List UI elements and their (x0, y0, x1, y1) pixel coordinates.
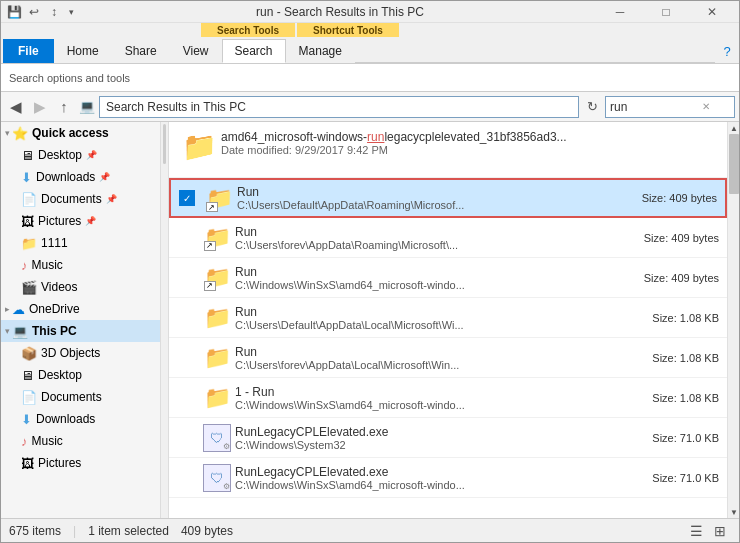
expand-arrow-icon: ▾ (5, 128, 10, 138)
search-clear-icon[interactable]: ✕ (702, 101, 710, 112)
file-row-run-8[interactable]: 🛡 ⚙ RunLegacyCPLElevated.exe C:\Windows\… (169, 458, 727, 498)
file-name-run8: RunLegacyCPLElevated.exe (235, 465, 644, 479)
file-row-top[interactable]: 📁 amd64_microsoft-windows-runlegacycplel… (169, 122, 727, 178)
sidebar-item-pictures-qa[interactable]: 🖼 Pictures 📌 (1, 210, 160, 232)
nav-up-button[interactable]: ↑ (53, 96, 75, 118)
status-separator-1: | (73, 524, 76, 538)
view-details-button[interactable]: ☰ (685, 521, 707, 541)
address-refresh-button[interactable]: ↻ (581, 96, 603, 118)
tab-view[interactable]: View (170, 39, 222, 63)
desktop-qa-icon: 🖥 (21, 148, 34, 163)
tab-manage[interactable]: Manage (286, 39, 355, 63)
tab-search[interactable]: Search (222, 39, 286, 63)
file-path-run7: C:\Windows\System32 (235, 439, 644, 451)
address-bar: ◀ ▶ ↑ 💻 Search Results in This PC ↻ ✕ (1, 92, 739, 122)
qat-save[interactable]: 💾 (5, 3, 23, 21)
ribbon-content: Search options and tools (1, 63, 739, 91)
file-row-run-1[interactable]: ✓ 📁 ↗ Run C:\Users\Default\AppData\Roami… (169, 178, 727, 218)
scroll-down-arrow[interactable]: ▼ (728, 506, 739, 518)
sidebar-item-desktop-qa[interactable]: 🖥 Desktop 📌 (1, 144, 160, 166)
search-input[interactable] (610, 100, 700, 114)
file-checkbox-run1[interactable]: ✓ (179, 190, 195, 206)
folder-1111-label: 1111 (41, 236, 68, 250)
maximize-button[interactable]: □ (643, 1, 689, 23)
file-name-run7: RunLegacyCPLElevated.exe (235, 425, 644, 439)
pictures-qa-icon: 🖼 (21, 214, 34, 229)
window-controls: ─ □ ✕ (597, 1, 735, 23)
view-large-icons-button[interactable]: ⊞ (709, 521, 731, 541)
file-row-run-4[interactable]: 📁 Run C:\Users\Default\AppData\Local\Mic… (169, 298, 727, 338)
quick-access-icon: ⭐ (12, 126, 28, 141)
pictures-pc-icon: 🖼 (21, 456, 34, 471)
sidebar-item-music-pc[interactable]: ♪ Music (1, 430, 160, 452)
tab-file[interactable]: File (3, 39, 54, 63)
file-list-scrollbar[interactable]: ▲ ▼ (727, 122, 739, 518)
qat-area: 💾 ↩ ↕ ▾ (5, 3, 77, 21)
file-path-run6: C:\Windows\WinSxS\amd64_microsoft-windo.… (235, 399, 644, 411)
minimize-button[interactable]: ─ (597, 1, 643, 23)
file-path-run2: C:\Users\forev\AppData\Roaming\Microsoft… (235, 239, 636, 251)
location-icon: 💻 (77, 96, 97, 118)
file-icon-run1: 📁 ↗ (201, 184, 237, 212)
sidebar-item-documents-qa[interactable]: 📄 Documents 📌 (1, 188, 160, 210)
sidebar-item-3d-objects[interactable]: 📦 3D Objects (1, 342, 160, 364)
this-pc-label: This PC (32, 324, 77, 338)
file-name-run2: Run (235, 225, 636, 239)
nav-back-button[interactable]: ◀ (5, 96, 27, 118)
nav-forward-button[interactable]: ▶ (29, 96, 51, 118)
address-path-text: Search Results in This PC (106, 100, 246, 114)
file-info-run5: Run C:\Users\forev\AppData\Local\Microso… (235, 345, 644, 371)
contextual-strip: Search Tools Shortcut Tools (1, 23, 739, 37)
music-qa-label: Music (32, 258, 63, 272)
search-box[interactable]: ✕ (605, 96, 735, 118)
file-list: 📁 amd64_microsoft-windows-runlegacycplel… (169, 122, 727, 518)
file-row-run-2[interactable]: 📁 ↗ Run C:\Users\forev\AppData\Roaming\M… (169, 218, 727, 258)
music-qa-icon: ♪ (21, 258, 28, 273)
file-path-run5: C:\Users\forev\AppData\Local\Microsoft\W… (235, 359, 644, 371)
sidebar-item-1111[interactable]: 📁 1111 (1, 232, 160, 254)
qat-dropdown[interactable]: ▾ (65, 3, 77, 21)
downloads-pc-icon: ⬇ (21, 412, 32, 427)
sidebar-scrollbar[interactable] (161, 122, 169, 518)
file-row-run-5[interactable]: 📁 Run C:\Users\forev\AppData\Local\Micro… (169, 338, 727, 378)
status-right-controls: ☰ ⊞ (685, 521, 731, 541)
desktop-qa-label: Desktop (38, 148, 82, 162)
tab-share[interactable]: Share (112, 39, 170, 63)
tab-row: File Home Share View Search Manage ? (1, 37, 739, 63)
status-size: 409 bytes (181, 524, 233, 538)
file-path-run4: C:\Users\Default\AppData\Local\Microsoft… (235, 319, 644, 331)
sidebar-item-pictures-pc[interactable]: 🖼 Pictures (1, 452, 160, 474)
scroll-thumb[interactable] (729, 134, 739, 194)
pin-icon-4: 📌 (85, 216, 96, 226)
address-path-box[interactable]: Search Results in This PC (99, 96, 579, 118)
sidebar-item-onedrive[interactable]: ▸ ☁ OneDrive (1, 298, 160, 320)
scroll-up-arrow[interactable]: ▲ (728, 122, 739, 134)
sidebar-item-downloads-qa[interactable]: ⬇ Downloads 📌 (1, 166, 160, 188)
ribbon-search-label: Search options and tools (9, 72, 130, 84)
sidebar-item-videos-qa[interactable]: 🎬 Videos (1, 276, 160, 298)
window-title: run - Search Results in This PC (83, 5, 597, 19)
sidebar-item-desktop-pc[interactable]: 🖥 Desktop (1, 364, 160, 386)
close-button[interactable]: ✕ (689, 1, 735, 23)
sidebar-item-downloads-pc[interactable]: ⬇ Downloads (1, 408, 160, 430)
file-size-run6: Size: 1.08 KB (652, 392, 719, 404)
file-row-run-7[interactable]: 🛡 ⚙ RunLegacyCPLElevated.exe C:\Windows\… (169, 418, 727, 458)
qat-properties[interactable]: ↕ (45, 3, 63, 21)
file-size-run1: Size: 409 bytes (642, 192, 717, 204)
file-row-run-6[interactable]: 📁 1 - Run C:\Windows\WinSxS\amd64_micros… (169, 378, 727, 418)
help-button[interactable]: ? (715, 39, 739, 63)
status-count: 675 items (9, 524, 61, 538)
sidebar-item-this-pc[interactable]: ▾ 💻 This PC (1, 320, 160, 342)
file-name-run1: Run (237, 185, 634, 199)
tab-home[interactable]: Home (54, 39, 112, 63)
file-name-top: amd64_microsoft-windows-runlegacycplelev… (221, 130, 719, 144)
qat-undo[interactable]: ↩ (25, 3, 43, 21)
file-row-run-3[interactable]: 📁 ↗ Run C:\Windows\WinSxS\amd64_microsof… (169, 258, 727, 298)
3d-objects-label: 3D Objects (41, 346, 100, 360)
sidebar-item-documents-pc[interactable]: 📄 Documents (1, 386, 160, 408)
sidebar-item-music-qa[interactable]: ♪ Music (1, 254, 160, 276)
folder-1111-icon: 📁 (21, 236, 37, 251)
main-area: ▾ ⭐ Quick access 🖥 Desktop 📌 ⬇ Downloads… (1, 122, 739, 518)
sidebar-item-quick-access[interactable]: ▾ ⭐ Quick access (1, 122, 160, 144)
documents-qa-label: Documents (41, 192, 102, 206)
